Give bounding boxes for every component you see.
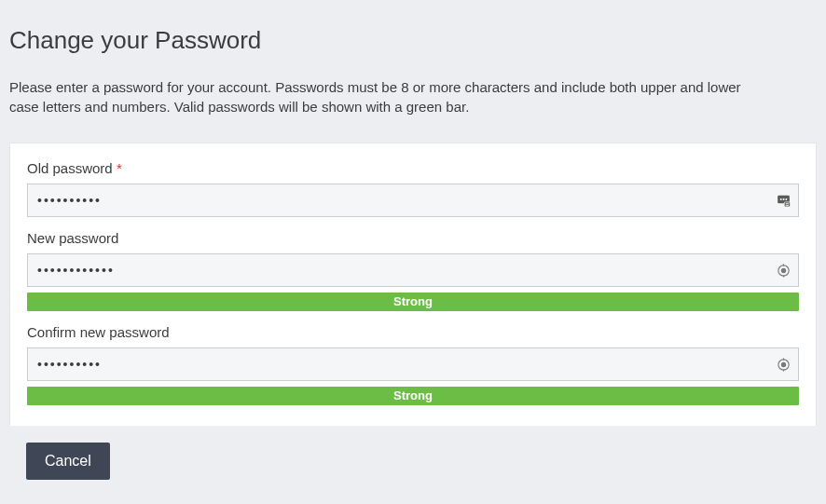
new-password-input[interactable] [27,253,799,287]
password-manager-icon[interactable] [775,192,792,209]
new-password-label: New password [27,230,799,246]
svg-point-1 [779,198,781,200]
old-password-label: Old password * [27,160,799,176]
new-password-strength-bar: Strong [27,293,799,311]
new-password-input-wrap [27,253,799,287]
password-toggle-icon[interactable] [775,356,792,373]
svg-rect-4 [784,201,790,206]
password-requirements-text: Please enter a password for your account… [9,77,774,116]
old-password-input-wrap [27,184,799,217]
page-container: Change your Password Please enter a pass… [0,0,826,504]
svg-point-3 [785,198,787,200]
required-asterisk: * [113,160,122,176]
password-toggle-icon[interactable] [775,262,792,279]
svg-rect-6 [785,204,789,205]
form-actions: Cancel [9,426,817,497]
old-password-group: Old password * [27,160,799,217]
svg-point-12 [781,362,785,366]
confirm-password-input[interactable] [27,347,799,381]
confirm-password-strength-bar: Strong [27,387,799,405]
cancel-button[interactable]: Cancel [26,443,110,480]
svg-point-8 [781,268,785,272]
change-password-form: Old password * New password Strong Confi… [9,143,817,426]
new-password-group: New password Strong [27,230,799,311]
confirm-password-label: Confirm new password [27,324,799,340]
old-password-input[interactable] [27,184,799,217]
old-password-label-text: Old password [27,160,113,176]
svg-point-2 [782,198,784,200]
confirm-password-input-wrap [27,347,799,381]
confirm-password-group: Confirm new password Strong [27,324,799,405]
svg-rect-5 [785,203,789,204]
page-title: Change your Password [9,26,817,55]
